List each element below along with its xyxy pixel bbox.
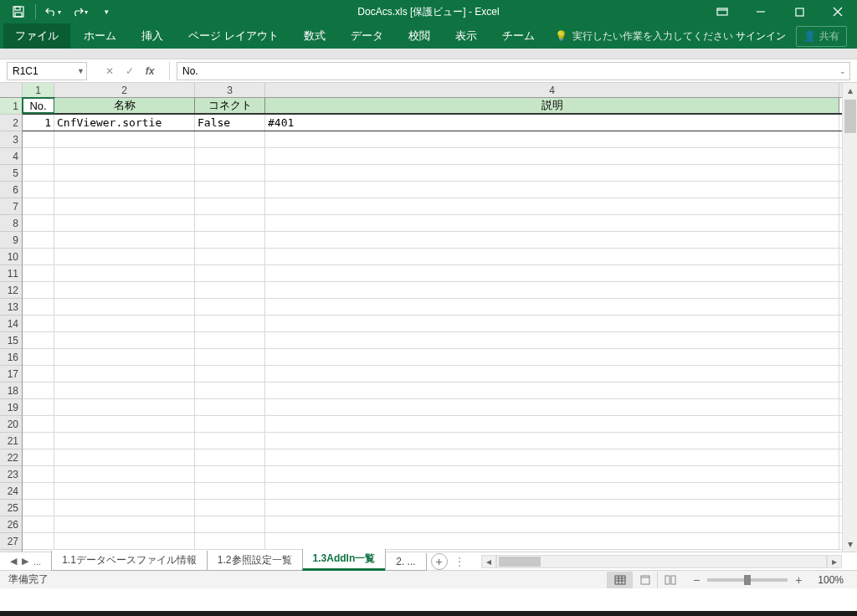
column-header[interactable]: 1 [23,83,54,97]
row-header[interactable]: 22 [0,449,22,466]
cell[interactable] [54,449,195,465]
cell[interactable] [195,165,265,181]
cell[interactable] [195,316,265,331]
cell[interactable] [195,366,265,382]
cell[interactable] [195,433,265,449]
sheet-tab[interactable]: 1.1データベースファイル情報 [51,551,208,571]
column-header[interactable]: 2 [54,83,195,97]
cell[interactable] [54,399,195,415]
tab-team[interactable]: チーム [490,23,547,49]
cell[interactable] [23,249,54,264]
cell[interactable] [195,265,265,281]
cell[interactable] [23,131,54,147]
column-header[interactable]: 3 [195,83,265,97]
cell[interactable] [23,215,54,231]
cell[interactable]: 説明 [265,98,839,113]
cell[interactable] [265,449,839,465]
cell[interactable] [195,182,265,198]
minimize-icon[interactable] [742,0,780,23]
cell[interactable]: コネクト [195,98,265,113]
fx-icon[interactable]: fx [141,63,159,80]
cell[interactable] [23,165,54,181]
cell[interactable] [195,399,265,415]
cell[interactable] [265,198,839,214]
cell[interactable] [54,516,195,532]
cell[interactable] [23,433,54,449]
row-header[interactable]: 10 [0,249,22,265]
cell[interactable] [54,198,195,214]
cell[interactable] [54,332,195,348]
cell[interactable] [54,483,195,499]
cell[interactable] [265,182,839,198]
row-header[interactable]: 6 [0,182,22,198]
cell[interactable] [23,483,54,499]
row-header[interactable]: 9 [0,232,22,249]
row-header[interactable]: 1 [0,98,22,115]
row-header[interactable]: 11 [0,265,22,282]
undo-icon[interactable]: ▾ [41,2,64,22]
cell[interactable] [23,366,54,382]
name-box[interactable]: R1C1 ▼ [7,62,87,80]
cell[interactable] [195,299,265,315]
row-header[interactable]: 19 [0,399,22,416]
cell[interactable] [54,349,195,365]
cell[interactable] [265,382,839,398]
cell[interactable] [195,131,265,147]
row-header[interactable]: 7 [0,198,22,215]
cell[interactable] [265,131,839,147]
cell[interactable] [54,232,195,248]
row-header[interactable]: 8 [0,215,22,232]
row-header[interactable]: 16 [0,349,22,366]
cell[interactable] [54,249,195,264]
cell[interactable] [23,416,54,432]
cell[interactable] [195,382,265,398]
cell[interactable] [195,215,265,231]
cell[interactable] [23,332,54,348]
cell[interactable] [54,165,195,181]
expand-formula-icon[interactable]: ⌄ [839,67,846,75]
cell[interactable] [195,249,265,264]
cell[interactable] [265,232,839,248]
cell[interactable]: False [195,115,265,131]
cell[interactable] [23,533,54,549]
cell[interactable] [265,148,839,164]
cell[interactable] [23,466,54,482]
cell[interactable]: 1 [23,115,54,131]
cell[interactable] [195,483,265,499]
cell[interactable] [54,316,195,331]
vertical-scrollbar[interactable]: ▴ ▾ [842,83,857,552]
cell[interactable] [195,516,265,532]
cell[interactable] [195,148,265,164]
tab-review[interactable]: 校閲 [397,23,442,49]
cell[interactable] [265,466,839,482]
cell[interactable] [23,299,54,315]
share-button[interactable]: 👤 共有 [796,26,847,47]
row-header[interactable]: 21 [0,433,22,449]
row-header[interactable]: 17 [0,366,22,382]
cell[interactable] [265,483,839,499]
cell[interactable] [54,148,195,164]
tab-formulas[interactable]: 数式 [292,23,337,49]
cell[interactable]: 名称 [54,98,195,113]
cell[interactable] [265,500,839,516]
view-normal-icon[interactable] [607,572,632,588]
cell[interactable]: No. [23,98,54,113]
cell[interactable] [23,500,54,516]
row-header[interactable]: 2 [0,115,22,131]
cell[interactable] [54,265,195,281]
cell[interactable] [195,449,265,465]
scroll-down-icon[interactable]: ▾ [843,536,857,552]
tab-nav-next-icon[interactable]: ▶ [20,554,30,568]
row-header[interactable]: 13 [0,299,22,316]
cell[interactable] [54,466,195,482]
cell[interactable] [54,533,195,549]
vscroll-thumb[interactable] [844,100,856,133]
cell[interactable] [195,198,265,214]
cell[interactable] [265,416,839,432]
add-sheet-button[interactable]: + [431,553,448,570]
row-header[interactable]: 24 [0,483,22,500]
cell[interactable] [23,349,54,365]
sheet-tab[interactable]: 1.3AddIn一覧 [302,549,387,571]
row-header[interactable]: 3 [0,131,22,148]
horizontal-scrollbar[interactable] [496,555,827,568]
